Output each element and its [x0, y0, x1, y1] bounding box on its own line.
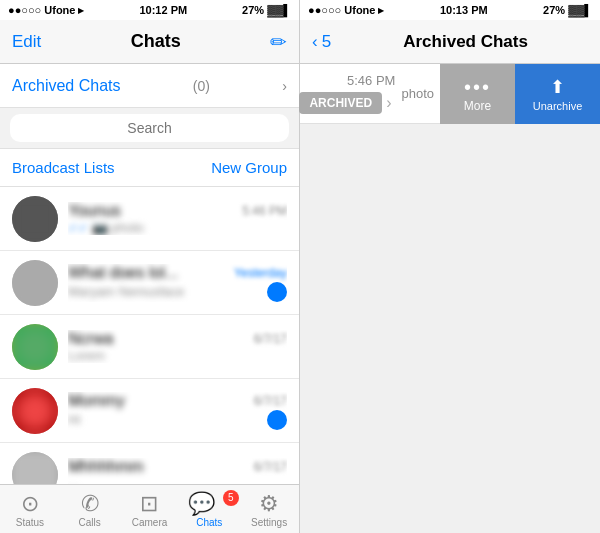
tab-status[interactable]: ⊙ Status [0, 491, 60, 528]
camera-icon: ⊡ [140, 491, 158, 517]
settings-label: Settings [251, 517, 287, 528]
chat-name: What does lol... [68, 264, 178, 282]
search-bar-container [0, 108, 299, 149]
chat-preview: Maryam Nemusface [68, 284, 184, 299]
status-bar-right: ●●○○○ Ufone ▸ 10:13 PM 27% ▓▓▌ [300, 0, 600, 20]
calls-icon: ✆ [81, 491, 99, 517]
broadcast-row: Broadcast Lists New Group [0, 149, 299, 187]
carrier-right: ●●○○○ Ufone ▸ [308, 4, 385, 17]
archived-chats-row[interactable]: Archived Chats (0) › [0, 64, 299, 108]
carrier-left: ●●○○○ Ufone ▸ [8, 4, 85, 17]
unread-badge [267, 282, 287, 302]
avatar [12, 260, 58, 306]
swipe-action-row: 5:46 PM ARCHIVED › photo ••• More ⬆ Unar… [300, 64, 600, 124]
tab-camera[interactable]: ⊡ Camera [120, 491, 180, 528]
time-left: 10:12 PM [139, 4, 187, 16]
unarchive-button[interactable]: ⬆ Unarchive [515, 64, 600, 124]
chat-time: 5:46 PM [242, 204, 287, 218]
back-count: 5 [322, 32, 331, 52]
swipe-badges: ARCHIVED › [299, 92, 395, 114]
chat-name: Mhhhhmm [68, 458, 144, 476]
archived-chats-title: Archived Chats [343, 32, 588, 52]
chat-name: Younus [68, 202, 121, 220]
nav-bar-left: Edit Chats ✏ [0, 20, 299, 64]
more-label: More [464, 99, 491, 113]
right-panel: ●●○○○ Ufone ▸ 10:13 PM 27% ▓▓▌ ‹ 5 Archi… [300, 0, 600, 533]
tab-bar: ⊙ Status ✆ Calls ⊡ Camera 💬 5 Chats ⚙ Se… [0, 484, 299, 533]
photo-label: photo [395, 86, 440, 101]
status-bar-left: ●●○○○ Ufone ▸ 10:12 PM 27% ▓▓▌ [0, 0, 299, 20]
back-button[interactable]: ‹ [312, 32, 318, 52]
action-buttons: ••• More ⬆ Unarchive [440, 64, 600, 123]
archived-count: (0) [193, 78, 210, 94]
camera-label: Camera [132, 517, 168, 528]
tab-chats[interactable]: 💬 5 Chats [179, 491, 239, 528]
battery-right: 27% ▓▓▌ [543, 4, 592, 16]
avatar [12, 196, 58, 242]
chats-badge: 5 [223, 490, 239, 506]
chats-icon: 💬 [188, 491, 215, 517]
avatar [12, 388, 58, 434]
chat-item[interactable]: Mommy 6/7/17 Hi [0, 379, 299, 443]
chats-icon-wrap: 💬 5 [188, 491, 231, 517]
chat-info: Mommy 6/7/17 Hi [68, 392, 287, 430]
more-dots-icon: ••• [464, 76, 491, 99]
swipe-time: 5:46 PM [299, 73, 395, 88]
tab-settings[interactable]: ⚙ Settings [239, 491, 299, 528]
status-icon: ⊙ [21, 491, 39, 517]
swipe-row-content: 5:46 PM ARCHIVED › [287, 73, 395, 114]
time-right: 10:13 PM [440, 4, 488, 16]
edit-button[interactable]: Edit [12, 32, 41, 52]
archived-chevron-icon: › [282, 78, 287, 94]
compose-button[interactable]: ✏ [270, 30, 287, 54]
more-button[interactable]: ••• More [440, 64, 515, 124]
settings-icon: ⚙ [259, 491, 279, 517]
new-group-button[interactable]: New Group [211, 159, 287, 176]
avatar [12, 452, 58, 485]
chat-preview: ✓✓ 📷 photo [68, 220, 144, 235]
chat-list: Younus 5:46 PM ✓✓ 📷 photo What does lol.… [0, 187, 299, 484]
unarchive-icon: ⬆ [550, 76, 565, 98]
chat-time: Yesterday [234, 266, 287, 280]
search-input[interactable] [10, 114, 289, 142]
chat-item[interactable]: Younus 5:46 PM ✓✓ 📷 photo [0, 187, 299, 251]
chats-tab-label: Chats [196, 517, 222, 528]
archived-badge: ARCHIVED [299, 92, 382, 114]
chat-preview: Hi [68, 412, 80, 427]
chat-item[interactable]: Mhhhhmm 6/7/17 ... [0, 443, 299, 484]
avatar [12, 324, 58, 370]
chat-preview: Lorem [68, 348, 105, 363]
chat-info: What does lol... Yesterday Maryam Nemusf… [68, 264, 287, 302]
tab-calls[interactable]: ✆ Calls [60, 491, 120, 528]
unread-badge [267, 410, 287, 430]
calls-label: Calls [79, 517, 101, 528]
double-tick-icon: ✓✓ [68, 221, 88, 235]
right-content-area [300, 124, 600, 533]
archived-chats-label: Archived Chats [12, 77, 121, 95]
chat-item[interactable]: Ncrwa 6/7/17 Lorem [0, 315, 299, 379]
chat-time: 6/7/17 [254, 332, 287, 346]
chat-info: Mhhhhmm 6/7/17 ... [68, 458, 287, 484]
chat-info: Younus 5:46 PM ✓✓ 📷 photo [68, 202, 287, 235]
status-label: Status [16, 517, 44, 528]
unarchive-label: Unarchive [533, 100, 583, 112]
chat-time: 6/7/17 [254, 460, 287, 474]
chat-name: Mommy [68, 392, 125, 410]
chat-time: 6/7/17 [254, 394, 287, 408]
broadcast-lists-button[interactable]: Broadcast Lists [12, 159, 115, 176]
left-panel: ●●○○○ Ufone ▸ 10:12 PM 27% ▓▓▌ Edit Chat… [0, 0, 300, 533]
chat-preview: ... [68, 476, 79, 484]
battery-left: 27% ▓▓▌ [242, 4, 291, 16]
chat-item[interactable]: What does lol... Yesterday Maryam Nemusf… [0, 251, 299, 315]
nav-bar-right: ‹ 5 Archived Chats [300, 20, 600, 64]
archived-chevron-icon: › [386, 94, 391, 112]
chat-name: Ncrwa [68, 330, 113, 348]
chats-title: Chats [131, 31, 181, 52]
chat-info: Ncrwa 6/7/17 Lorem [68, 330, 287, 363]
